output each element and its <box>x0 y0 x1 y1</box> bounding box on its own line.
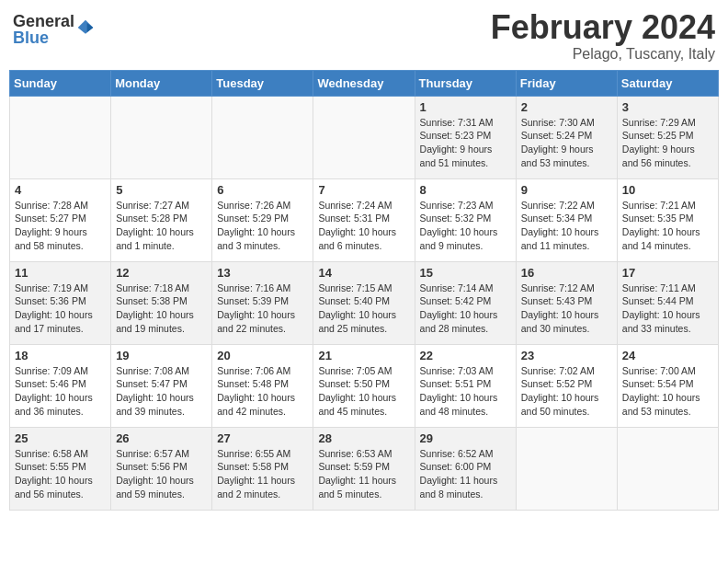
day-info: Sunrise: 6:55 AM Sunset: 5:58 PM Dayligh… <box>217 447 308 501</box>
calendar-cell: 12Sunrise: 7:18 AM Sunset: 5:38 PM Dayli… <box>111 261 212 344</box>
day-number: 12 <box>116 266 207 280</box>
calendar-cell: 24Sunrise: 7:00 AM Sunset: 5:54 PM Dayli… <box>617 344 718 427</box>
day-info: Sunrise: 7:27 AM Sunset: 5:28 PM Dayligh… <box>116 199 207 253</box>
day-number: 21 <box>318 349 409 362</box>
calendar-cell: 20Sunrise: 7:06 AM Sunset: 5:48 PM Dayli… <box>212 344 313 427</box>
calendar-cell: 26Sunrise: 6:57 AM Sunset: 5:56 PM Dayli… <box>111 427 212 510</box>
day-number: 15 <box>420 266 511 280</box>
day-number: 14 <box>318 266 409 280</box>
week-row-4: 18Sunrise: 7:09 AM Sunset: 5:46 PM Dayli… <box>10 344 719 427</box>
day-info: Sunrise: 7:03 AM Sunset: 5:51 PM Dayligh… <box>420 364 511 419</box>
calendar-cell: 6Sunrise: 7:26 AM Sunset: 5:29 PM Daylig… <box>212 178 313 261</box>
day-info: Sunrise: 7:00 AM Sunset: 5:54 PM Dayligh… <box>622 364 713 419</box>
calendar-cell: 7Sunrise: 7:24 AM Sunset: 5:31 PM Daylig… <box>313 178 415 261</box>
col-header-friday: Friday <box>516 70 617 96</box>
calendar-cell: 8Sunrise: 7:23 AM Sunset: 5:32 PM Daylig… <box>415 178 516 261</box>
day-info: Sunrise: 7:23 AM Sunset: 5:32 PM Dayligh… <box>420 199 511 253</box>
day-number: 7 <box>318 183 409 197</box>
calendar-cell: 1Sunrise: 7:31 AM Sunset: 5:23 PM Daylig… <box>415 96 516 178</box>
day-info: Sunrise: 7:30 AM Sunset: 5:24 PM Dayligh… <box>521 116 612 170</box>
calendar-cell: 29Sunrise: 6:52 AM Sunset: 6:00 PM Dayli… <box>415 427 516 510</box>
day-info: Sunrise: 7:11 AM Sunset: 5:44 PM Dayligh… <box>622 282 713 336</box>
day-info: Sunrise: 7:05 AM Sunset: 5:50 PM Dayligh… <box>318 364 409 419</box>
calendar-cell: 11Sunrise: 7:19 AM Sunset: 5:36 PM Dayli… <box>10 261 111 344</box>
calendar-cell <box>617 427 718 510</box>
day-info: Sunrise: 7:29 AM Sunset: 5:25 PM Dayligh… <box>622 116 713 170</box>
col-header-thursday: Thursday <box>415 70 516 96</box>
day-info: Sunrise: 7:19 AM Sunset: 5:36 PM Dayligh… <box>15 282 106 336</box>
calendar-cell: 28Sunrise: 6:53 AM Sunset: 5:59 PM Dayli… <box>313 427 415 510</box>
calendar-cell: 23Sunrise: 7:02 AM Sunset: 5:52 PM Dayli… <box>516 344 617 427</box>
day-info: Sunrise: 7:16 AM Sunset: 5:39 PM Dayligh… <box>217 282 308 336</box>
day-info: Sunrise: 7:31 AM Sunset: 5:23 PM Dayligh… <box>420 116 511 170</box>
logo-blue-text: Blue <box>13 29 74 46</box>
day-info: Sunrise: 7:22 AM Sunset: 5:34 PM Dayligh… <box>521 199 612 253</box>
day-number: 24 <box>622 349 713 362</box>
week-row-5: 25Sunrise: 6:58 AM Sunset: 5:55 PM Dayli… <box>10 427 719 510</box>
calendar-cell <box>212 96 313 178</box>
logo-icon <box>76 18 95 37</box>
calendar-cell: 15Sunrise: 7:14 AM Sunset: 5:42 PM Dayli… <box>415 261 516 344</box>
col-header-saturday: Saturday <box>617 70 718 96</box>
day-number: 16 <box>521 266 612 280</box>
calendar-cell: 9Sunrise: 7:22 AM Sunset: 5:34 PM Daylig… <box>516 178 617 261</box>
day-info: Sunrise: 7:15 AM Sunset: 5:40 PM Dayligh… <box>318 282 409 336</box>
week-row-2: 4Sunrise: 7:28 AM Sunset: 5:27 PM Daylig… <box>10 178 719 261</box>
calendar-cell: 27Sunrise: 6:55 AM Sunset: 5:58 PM Dayli… <box>212 427 313 510</box>
day-info: Sunrise: 6:58 AM Sunset: 5:55 PM Dayligh… <box>15 447 106 501</box>
calendar-cell: 2Sunrise: 7:30 AM Sunset: 5:24 PM Daylig… <box>516 96 617 178</box>
day-number: 13 <box>217 266 308 280</box>
day-info: Sunrise: 7:12 AM Sunset: 5:43 PM Dayligh… <box>521 282 612 336</box>
day-info: Sunrise: 7:14 AM Sunset: 5:42 PM Dayligh… <box>420 282 511 336</box>
day-info: Sunrise: 7:09 AM Sunset: 5:46 PM Dayligh… <box>15 364 106 419</box>
calendar-cell: 25Sunrise: 6:58 AM Sunset: 5:55 PM Dayli… <box>10 427 111 510</box>
day-info: Sunrise: 6:52 AM Sunset: 6:00 PM Dayligh… <box>420 447 511 501</box>
day-number: 20 <box>217 349 308 362</box>
day-number: 6 <box>217 183 308 197</box>
day-number: 27 <box>217 431 308 445</box>
day-info: Sunrise: 6:57 AM Sunset: 5:56 PM Dayligh… <box>116 447 207 501</box>
page-header: General Blue February 2024 Pelago, Tusca… <box>9 9 719 63</box>
calendar-cell: 16Sunrise: 7:12 AM Sunset: 5:43 PM Dayli… <box>516 261 617 344</box>
day-number: 9 <box>521 183 612 197</box>
day-number: 19 <box>116 349 207 362</box>
day-info: Sunrise: 7:28 AM Sunset: 5:27 PM Dayligh… <box>15 199 106 253</box>
day-number: 18 <box>15 349 106 362</box>
day-number: 23 <box>521 349 612 362</box>
day-number: 2 <box>521 100 612 114</box>
day-number: 17 <box>622 266 713 280</box>
location-text: Pelago, Tuscany, Italy <box>491 46 715 63</box>
week-row-1: 1Sunrise: 7:31 AM Sunset: 5:23 PM Daylig… <box>10 96 719 178</box>
day-info: Sunrise: 7:18 AM Sunset: 5:38 PM Dayligh… <box>116 282 207 336</box>
logo: General Blue <box>13 13 95 46</box>
day-number: 26 <box>116 431 207 445</box>
week-row-3: 11Sunrise: 7:19 AM Sunset: 5:36 PM Dayli… <box>10 261 719 344</box>
header-row: SundayMondayTuesdayWednesdayThursdayFrid… <box>10 70 719 96</box>
month-title: February 2024 <box>491 9 715 46</box>
day-number: 1 <box>420 100 511 114</box>
calendar-cell <box>313 96 415 178</box>
day-number: 3 <box>622 100 713 114</box>
calendar-table: SundayMondayTuesdayWednesdayThursdayFrid… <box>9 70 719 511</box>
calendar-cell: 4Sunrise: 7:28 AM Sunset: 5:27 PM Daylig… <box>10 178 111 261</box>
day-info: Sunrise: 6:53 AM Sunset: 5:59 PM Dayligh… <box>318 447 409 501</box>
day-number: 22 <box>420 349 511 362</box>
col-header-sunday: Sunday <box>10 70 111 96</box>
col-header-monday: Monday <box>111 70 212 96</box>
calendar-cell: 3Sunrise: 7:29 AM Sunset: 5:25 PM Daylig… <box>617 96 718 178</box>
title-section: February 2024 Pelago, Tuscany, Italy <box>491 9 715 63</box>
logo-general-text: General <box>13 13 74 29</box>
calendar-cell <box>111 96 212 178</box>
day-number: 11 <box>15 266 106 280</box>
calendar-cell <box>516 427 617 510</box>
col-header-tuesday: Tuesday <box>212 70 313 96</box>
calendar-cell: 18Sunrise: 7:09 AM Sunset: 5:46 PM Dayli… <box>10 344 111 427</box>
day-number: 29 <box>420 431 511 445</box>
calendar-cell: 10Sunrise: 7:21 AM Sunset: 5:35 PM Dayli… <box>617 178 718 261</box>
day-info: Sunrise: 7:26 AM Sunset: 5:29 PM Dayligh… <box>217 199 308 253</box>
calendar-cell: 5Sunrise: 7:27 AM Sunset: 5:28 PM Daylig… <box>111 178 212 261</box>
calendar-cell: 13Sunrise: 7:16 AM Sunset: 5:39 PM Dayli… <box>212 261 313 344</box>
calendar-cell: 19Sunrise: 7:08 AM Sunset: 5:47 PM Dayli… <box>111 344 212 427</box>
calendar-cell <box>10 96 111 178</box>
calendar-cell: 21Sunrise: 7:05 AM Sunset: 5:50 PM Dayli… <box>313 344 415 427</box>
